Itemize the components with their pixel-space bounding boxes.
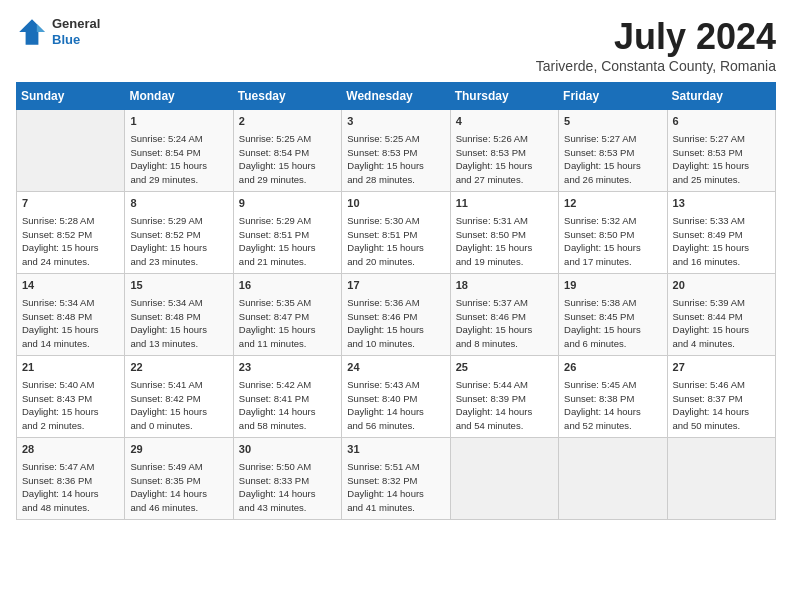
calendar-cell <box>450 438 558 520</box>
week-row-5: 28Sunrise: 5:47 AMSunset: 8:36 PMDayligh… <box>17 438 776 520</box>
cell-info: Sunset: 8:47 PM <box>239 310 336 324</box>
day-number: 28 <box>22 442 119 458</box>
calendar-cell: 22Sunrise: 5:41 AMSunset: 8:42 PMDayligh… <box>125 356 233 438</box>
cell-info: and 10 minutes. <box>347 337 444 351</box>
cell-info: Sunrise: 5:36 AM <box>347 296 444 310</box>
logo-blue: Blue <box>52 32 100 48</box>
cell-info: Daylight: 15 hours <box>347 323 444 337</box>
cell-info: and 8 minutes. <box>456 337 553 351</box>
cell-info: Sunrise: 5:25 AM <box>239 132 336 146</box>
day-header-friday: Friday <box>559 83 667 110</box>
calendar-cell: 2Sunrise: 5:25 AMSunset: 8:54 PMDaylight… <box>233 110 341 192</box>
cell-info: and 11 minutes. <box>239 337 336 351</box>
cell-info: and 17 minutes. <box>564 255 661 269</box>
cell-info: Daylight: 14 hours <box>239 405 336 419</box>
cell-info: Sunrise: 5:24 AM <box>130 132 227 146</box>
calendar-cell <box>667 438 775 520</box>
day-number: 14 <box>22 278 119 294</box>
cell-info: and 21 minutes. <box>239 255 336 269</box>
page-header: General Blue July 2024 Tariverde, Consta… <box>16 16 776 74</box>
cell-info: Sunset: 8:53 PM <box>564 146 661 160</box>
cell-info: Sunrise: 5:50 AM <box>239 460 336 474</box>
cell-info: Sunset: 8:51 PM <box>239 228 336 242</box>
cell-info: Sunrise: 5:35 AM <box>239 296 336 310</box>
cell-info: Sunrise: 5:29 AM <box>130 214 227 228</box>
calendar-cell: 18Sunrise: 5:37 AMSunset: 8:46 PMDayligh… <box>450 274 558 356</box>
calendar-body: 1Sunrise: 5:24 AMSunset: 8:54 PMDaylight… <box>17 110 776 520</box>
cell-info: Daylight: 15 hours <box>456 241 553 255</box>
day-header-monday: Monday <box>125 83 233 110</box>
cell-info: and 25 minutes. <box>673 173 770 187</box>
cell-info: Sunrise: 5:26 AM <box>456 132 553 146</box>
calendar-cell: 17Sunrise: 5:36 AMSunset: 8:46 PMDayligh… <box>342 274 450 356</box>
cell-info: Sunrise: 5:39 AM <box>673 296 770 310</box>
cell-info: Daylight: 15 hours <box>239 241 336 255</box>
cell-info: and 50 minutes. <box>673 419 770 433</box>
week-row-3: 14Sunrise: 5:34 AMSunset: 8:48 PMDayligh… <box>17 274 776 356</box>
cell-info: Daylight: 14 hours <box>347 405 444 419</box>
cell-info: and 46 minutes. <box>130 501 227 515</box>
calendar-cell: 10Sunrise: 5:30 AMSunset: 8:51 PMDayligh… <box>342 192 450 274</box>
day-number: 8 <box>130 196 227 212</box>
calendar-cell: 16Sunrise: 5:35 AMSunset: 8:47 PMDayligh… <box>233 274 341 356</box>
cell-info: Sunset: 8:53 PM <box>456 146 553 160</box>
day-number: 15 <box>130 278 227 294</box>
location: Tariverde, Constanta County, Romania <box>536 58 776 74</box>
calendar-table: SundayMondayTuesdayWednesdayThursdayFrid… <box>16 82 776 520</box>
cell-info: Sunrise: 5:27 AM <box>564 132 661 146</box>
cell-info: Daylight: 15 hours <box>239 323 336 337</box>
calendar-cell: 1Sunrise: 5:24 AMSunset: 8:54 PMDaylight… <box>125 110 233 192</box>
calendar-cell: 27Sunrise: 5:46 AMSunset: 8:37 PMDayligh… <box>667 356 775 438</box>
cell-info: Daylight: 15 hours <box>564 241 661 255</box>
day-number: 7 <box>22 196 119 212</box>
cell-info: and 54 minutes. <box>456 419 553 433</box>
cell-info: and 28 minutes. <box>347 173 444 187</box>
cell-info: Daylight: 15 hours <box>673 323 770 337</box>
cell-info: and 16 minutes. <box>673 255 770 269</box>
cell-info: Sunset: 8:35 PM <box>130 474 227 488</box>
cell-info: Sunrise: 5:40 AM <box>22 378 119 392</box>
cell-info: Sunrise: 5:33 AM <box>673 214 770 228</box>
logo-text: General Blue <box>52 16 100 47</box>
calendar-cell: 19Sunrise: 5:38 AMSunset: 8:45 PMDayligh… <box>559 274 667 356</box>
day-number: 22 <box>130 360 227 376</box>
calendar-cell: 4Sunrise: 5:26 AMSunset: 8:53 PMDaylight… <box>450 110 558 192</box>
cell-info: Sunrise: 5:44 AM <box>456 378 553 392</box>
day-number: 1 <box>130 114 227 130</box>
logo-icon <box>16 16 48 48</box>
cell-info: and 48 minutes. <box>22 501 119 515</box>
day-number: 23 <box>239 360 336 376</box>
cell-info: Sunrise: 5:47 AM <box>22 460 119 474</box>
cell-info: Sunset: 8:44 PM <box>673 310 770 324</box>
week-row-1: 1Sunrise: 5:24 AMSunset: 8:54 PMDaylight… <box>17 110 776 192</box>
cell-info: Sunset: 8:39 PM <box>456 392 553 406</box>
cell-info: Daylight: 15 hours <box>456 323 553 337</box>
cell-info: Daylight: 15 hours <box>347 241 444 255</box>
day-number: 11 <box>456 196 553 212</box>
calendar-cell: 25Sunrise: 5:44 AMSunset: 8:39 PMDayligh… <box>450 356 558 438</box>
cell-info: Sunset: 8:54 PM <box>130 146 227 160</box>
calendar-cell: 23Sunrise: 5:42 AMSunset: 8:41 PMDayligh… <box>233 356 341 438</box>
day-number: 19 <box>564 278 661 294</box>
calendar-cell: 28Sunrise: 5:47 AMSunset: 8:36 PMDayligh… <box>17 438 125 520</box>
cell-info: and 4 minutes. <box>673 337 770 351</box>
day-number: 4 <box>456 114 553 130</box>
cell-info: Sunset: 8:40 PM <box>347 392 444 406</box>
cell-info: Daylight: 15 hours <box>239 159 336 173</box>
cell-info: Sunset: 8:51 PM <box>347 228 444 242</box>
cell-info: and 2 minutes. <box>22 419 119 433</box>
cell-info: and 52 minutes. <box>564 419 661 433</box>
cell-info: Sunrise: 5:51 AM <box>347 460 444 474</box>
cell-info: Sunrise: 5:49 AM <box>130 460 227 474</box>
day-number: 9 <box>239 196 336 212</box>
day-number: 17 <box>347 278 444 294</box>
cell-info: Daylight: 14 hours <box>456 405 553 419</box>
cell-info: Sunset: 8:43 PM <box>22 392 119 406</box>
calendar-cell: 14Sunrise: 5:34 AMSunset: 8:48 PMDayligh… <box>17 274 125 356</box>
calendar-cell <box>559 438 667 520</box>
calendar-header: SundayMondayTuesdayWednesdayThursdayFrid… <box>17 83 776 110</box>
cell-info: Sunset: 8:38 PM <box>564 392 661 406</box>
calendar-cell: 20Sunrise: 5:39 AMSunset: 8:44 PMDayligh… <box>667 274 775 356</box>
cell-info: Sunrise: 5:25 AM <box>347 132 444 146</box>
calendar-cell <box>17 110 125 192</box>
